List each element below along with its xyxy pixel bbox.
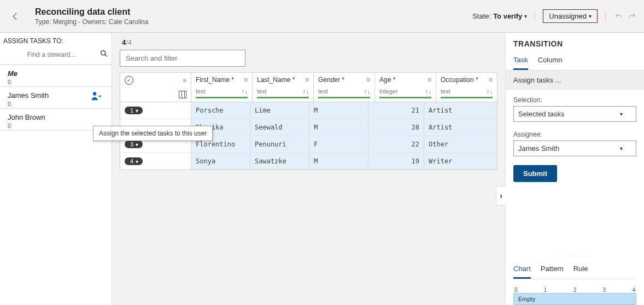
column-type: text bbox=[318, 88, 328, 95]
cell-age: 21 bbox=[368, 102, 424, 119]
assignee-value: James Smith bbox=[518, 144, 559, 152]
cell-gender: M bbox=[309, 119, 368, 136]
header-title-block: Reconciling data client Type: Merging - … bbox=[35, 7, 148, 26]
cell-age: 28 bbox=[368, 119, 424, 136]
column-menu-icon[interactable]: ≡ bbox=[244, 76, 248, 84]
undo-button[interactable] bbox=[613, 11, 624, 22]
transition-tabs: Task Column bbox=[506, 52, 644, 71]
column-menu-icon[interactable]: ≡ bbox=[366, 76, 370, 84]
column-header[interactable]: First_Name *≡text↑↓ bbox=[191, 73, 253, 102]
sort-icon[interactable]: ↑↓ bbox=[303, 88, 309, 95]
row-pill[interactable]: 1▾ bbox=[125, 107, 143, 114]
column-name: Age * bbox=[379, 76, 395, 84]
submit-button[interactable]: Submit bbox=[513, 165, 557, 182]
tab-column[interactable]: Column bbox=[538, 52, 563, 70]
grid-header: ✓ ≡ First_Name *≡text↑↓Last_Name *≡text↑… bbox=[120, 73, 497, 102]
selection-label: Selection: bbox=[513, 96, 636, 104]
chevron-down-icon: ▾ bbox=[589, 13, 592, 19]
cell-occupation: Other bbox=[424, 136, 471, 152]
cell-last-name: Seewald bbox=[250, 119, 309, 136]
state-dropdown[interactable]: State: To verify ▾ bbox=[472, 12, 527, 20]
assign-section-title: Assign tasks ... bbox=[506, 71, 644, 90]
redo-button[interactable] bbox=[627, 11, 637, 22]
selection-dropdown[interactable]: Selected tasks ▾ bbox=[513, 106, 636, 122]
column-menu-icon[interactable]: ≡ bbox=[183, 77, 186, 84]
page-subtitle: Type: Merging - Owners: Cale Carolina bbox=[35, 18, 148, 26]
grid-area: 4/4 ✓ ≡ First_Name *≡text↑↓Last_Name *≡t… bbox=[112, 33, 505, 305]
scale-tick: 0 bbox=[514, 287, 518, 293]
column-menu-icon[interactable]: ≡ bbox=[428, 76, 431, 84]
transition-title: TRANSITION bbox=[506, 33, 644, 52]
assign-form: Selection: Selected tasks ▾ Assignee: Ja… bbox=[506, 90, 644, 189]
cell-occupation: Artist bbox=[424, 102, 471, 119]
assign-tooltip: Assign the selected tasks to this user bbox=[93, 126, 213, 141]
column-type: text bbox=[441, 88, 450, 95]
grid-search-input[interactable] bbox=[120, 50, 245, 67]
back-button[interactable] bbox=[7, 8, 24, 25]
cell-occupation: Writer bbox=[424, 153, 471, 169]
assignee-dropdown[interactable]: James Smith ▾ bbox=[513, 140, 636, 156]
chevron-down-icon: ▾ bbox=[136, 142, 138, 148]
scale-tick: 2 bbox=[573, 287, 577, 293]
column-header[interactable]: Occupation *≡text↑↓ bbox=[436, 73, 497, 102]
chart-scale: 0 1 2 3 4 bbox=[513, 287, 636, 293]
separator bbox=[535, 11, 535, 22]
column-name: First_Name * bbox=[196, 76, 234, 84]
sort-icon[interactable]: ↑↓ bbox=[242, 88, 248, 95]
column-menu-icon[interactable]: ≡ bbox=[305, 76, 309, 84]
column-name: Gender * bbox=[318, 76, 344, 84]
column-header[interactable]: Age *≡integer↑↓ bbox=[375, 73, 436, 102]
table-row[interactable]: 1▾PorscheLimeM21Artist bbox=[120, 102, 497, 119]
header-right: State: To verify ▾ Unassigned ▾ bbox=[472, 9, 637, 23]
chevron-down-icon: ▾ bbox=[136, 159, 138, 165]
columns-icon[interactable] bbox=[179, 91, 186, 98]
sort-icon[interactable]: ↑↓ bbox=[364, 88, 370, 95]
quality-bar bbox=[257, 97, 309, 98]
tab-pattern[interactable]: Pattern bbox=[541, 261, 564, 279]
steward-row[interactable]: James Smith0 bbox=[0, 87, 112, 109]
page-header: Reconciling data client Type: Merging - … bbox=[0, 0, 644, 33]
tab-rule[interactable]: Rule bbox=[573, 261, 588, 279]
steward-search-input[interactable] bbox=[3, 51, 99, 58]
tab-chart[interactable]: Chart bbox=[513, 261, 531, 279]
row-count: 4/4 bbox=[122, 38, 497, 46]
cell-age: 19 bbox=[368, 153, 424, 169]
quality-bar bbox=[318, 97, 370, 98]
svg-point-0 bbox=[101, 51, 106, 55]
column-type: integer bbox=[379, 88, 398, 95]
search-icon[interactable] bbox=[99, 49, 108, 60]
column-menu-icon[interactable]: ≡ bbox=[489, 76, 493, 84]
scale-tick: 1 bbox=[544, 287, 547, 293]
sort-icon[interactable]: ↑↓ bbox=[425, 88, 431, 95]
sort-icon[interactable]: ↑↓ bbox=[487, 88, 493, 95]
column-name: Last_Name * bbox=[257, 76, 295, 84]
column-header[interactable]: Gender *≡text↑↓ bbox=[314, 73, 375, 102]
bottom-panel: · · · · · · · Chart Pattern Rule 0 1 2 3… bbox=[506, 253, 644, 305]
drag-handle[interactable]: · · · · · · · bbox=[513, 253, 636, 259]
row-select-cell[interactable]: 1▾ bbox=[120, 102, 191, 119]
assign-header: ASSIGN TASKS TO: bbox=[0, 33, 112, 47]
column-type: text bbox=[196, 88, 206, 95]
unassigned-dropdown[interactable]: Unassigned ▾ bbox=[543, 9, 598, 23]
scale-tick: 3 bbox=[603, 287, 606, 293]
select-all-toggle[interactable]: ✓ bbox=[125, 76, 133, 85]
unassigned-label: Unassigned bbox=[549, 12, 587, 20]
tab-task[interactable]: Task bbox=[513, 52, 528, 70]
assign-to-user-icon[interactable] bbox=[90, 90, 102, 104]
table-row[interactable]: 4▾SonyaSawatzkeM19Writer bbox=[120, 152, 497, 169]
steward-row[interactable]: Me0 bbox=[0, 65, 112, 87]
row-select-cell[interactable]: 4▾ bbox=[120, 153, 191, 169]
steward-count: 0 bbox=[8, 79, 106, 85]
transition-panel: › TRANSITION Task Column Assign tasks ..… bbox=[505, 33, 644, 305]
column-header[interactable]: Last_Name *≡text↑↓ bbox=[253, 73, 314, 102]
collapse-panel-button[interactable]: › bbox=[496, 186, 506, 206]
row-pill[interactable]: 4▾ bbox=[125, 157, 143, 165]
cell-gender: M bbox=[309, 153, 368, 169]
row-pill[interactable]: 3▾ bbox=[125, 140, 143, 148]
grid-header-select: ✓ ≡ bbox=[120, 73, 191, 102]
assign-panel: ASSIGN TASKS TO: Me0James Smith0John Bro… bbox=[0, 33, 112, 305]
cell-first-name: Porsche bbox=[191, 102, 250, 119]
undo-redo bbox=[613, 11, 637, 22]
data-grid: ✓ ≡ First_Name *≡text↑↓Last_Name *≡text↑… bbox=[120, 72, 497, 170]
cell-gender: F bbox=[309, 136, 368, 152]
